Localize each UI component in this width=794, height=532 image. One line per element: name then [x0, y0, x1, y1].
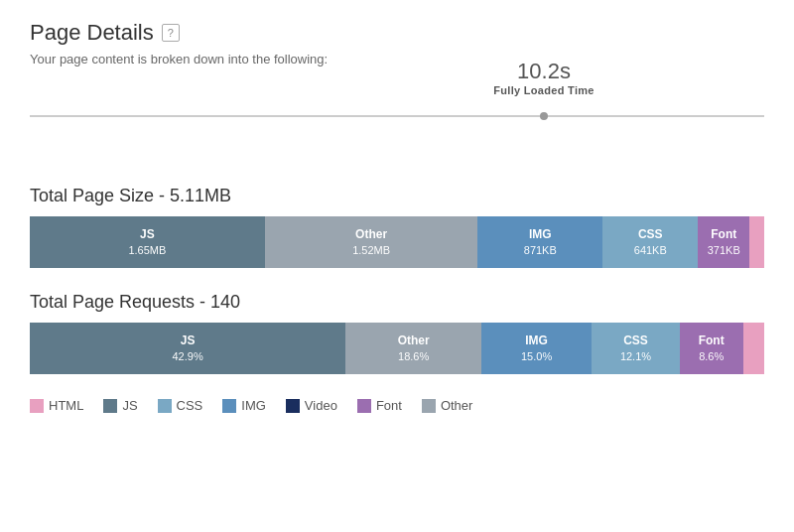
fully-loaded-label: Fully Loaded Time — [493, 84, 594, 96]
legend-label-html: HTML — [49, 398, 83, 413]
help-icon[interactable]: ? — [162, 24, 180, 42]
legend-swatch-other — [422, 399, 436, 413]
legend-item-other: Other — [422, 398, 473, 413]
page-subtitle: Your page content is broken down into th… — [30, 52, 764, 66]
request-segment-1: Other18.6% — [345, 323, 481, 374]
request-segment-0: JS42.9% — [30, 323, 345, 374]
size-segment-4: Font371KB — [698, 216, 749, 268]
legend-item-js: JS — [103, 398, 137, 413]
request-segment-2: IMG15.0% — [481, 323, 592, 374]
legend-label-font: Font — [376, 398, 402, 413]
legend-item-font: Font — [357, 398, 402, 413]
request-segment-5 — [743, 323, 764, 374]
legend-item-video: Video — [286, 398, 337, 413]
size-segment-0: JS1.65MB — [30, 216, 265, 268]
size-bar-chart: JS1.65MBOther1.52MBIMG871KBCSS641KBFont3… — [30, 216, 764, 268]
request-segment-4: Font8.6% — [680, 323, 743, 374]
legend-swatch-img — [222, 399, 236, 413]
page-title: Page Details — [30, 20, 154, 46]
legend-item-html: HTML — [30, 398, 83, 413]
legend-label-css: CSS — [177, 398, 203, 413]
legend-swatch-css — [158, 399, 172, 413]
legend-swatch-html — [30, 399, 44, 413]
size-segment-2: IMG871KB — [477, 216, 602, 268]
size-section-heading: Total Page Size - 5.11MB — [30, 186, 764, 206]
legend-swatch-js — [103, 399, 117, 413]
size-segment-1: Other1.52MB — [265, 216, 478, 268]
fully-loaded-time: 10.2s — [493, 59, 594, 84]
size-segment-5 — [749, 216, 764, 268]
legend-swatch-font — [357, 399, 371, 413]
legend-label-img: IMG — [241, 398, 266, 413]
requests-section-heading: Total Page Requests - 140 — [30, 292, 764, 313]
legend-label-video: Video — [305, 398, 337, 413]
legend-item-img: IMG — [222, 398, 266, 413]
legend-label-other: Other — [441, 398, 473, 413]
legend-label-js: JS — [122, 398, 137, 413]
legend: HTMLJSCSSIMGVideoFontOther — [30, 398, 764, 413]
legend-item-css: CSS — [158, 398, 203, 413]
request-segment-3: CSS12.1% — [592, 323, 680, 374]
requests-bar-chart: JS42.9%Other18.6%IMG15.0%CSS12.1%Font8.6… — [30, 323, 764, 374]
size-segment-3: CSS641KB — [602, 216, 698, 268]
legend-swatch-video — [286, 399, 300, 413]
